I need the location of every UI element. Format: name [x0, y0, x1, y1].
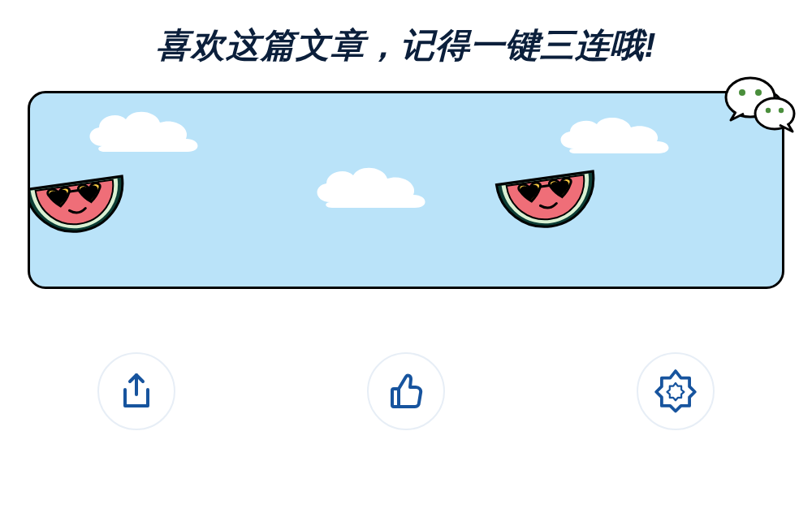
watermelon-icon [491, 168, 605, 236]
like-button[interactable] [367, 352, 445, 430]
svg-line-1 [539, 185, 551, 187]
thumbs-up-icon [386, 371, 426, 412]
svg-line-0 [68, 190, 80, 192]
cloud-icon [306, 157, 452, 215]
svg-point-3 [739, 89, 745, 96]
watermelon-icon [28, 173, 134, 241]
svg-rect-8 [392, 389, 399, 407]
svg-point-4 [755, 89, 762, 96]
share-icon [117, 372, 156, 411]
banner-wrap [28, 91, 784, 289]
sky-banner [28, 91, 784, 289]
svg-point-6 [766, 108, 771, 113]
page-title: 喜欢这篇文章，记得一键三连哦! [0, 0, 812, 68]
flower-star-icon [654, 369, 698, 413]
favorite-button[interactable] [637, 352, 715, 430]
cloud-icon [79, 101, 225, 158]
wechat-icon [721, 73, 799, 141]
cloud-icon [550, 108, 696, 160]
action-row [0, 352, 812, 430]
svg-point-7 [779, 108, 784, 113]
share-button[interactable] [97, 352, 175, 430]
